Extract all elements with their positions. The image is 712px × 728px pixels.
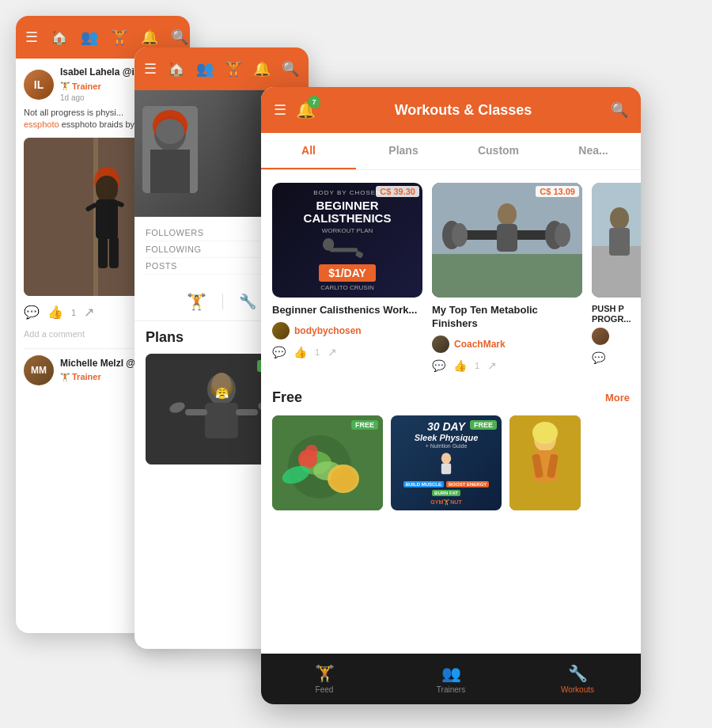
like-action-1[interactable]: 👍 <box>294 346 307 358</box>
trainer-name-2[interactable]: CoachMark <box>454 339 506 350</box>
feed-label: Feed <box>316 685 334 694</box>
mid-group-icon[interactable]: 👥 <box>196 60 214 78</box>
cali-title: BEGINNERCALISTHENICS <box>304 199 392 226</box>
svg-rect-12 <box>150 150 190 193</box>
card-actions-2: 💬 👍 1 ↗ <box>432 359 582 372</box>
svg-rect-6 <box>98 237 108 268</box>
tab-all[interactable]: All <box>261 133 356 169</box>
svg-rect-3 <box>96 199 118 239</box>
search-icon[interactable]: 🔍 <box>171 28 188 46</box>
profile-avatar <box>142 106 198 193</box>
workout-card-metabolic[interactable]: C$ 13.09 <box>432 183 582 377</box>
cali-subtitle: WORKOUT PLAN <box>322 227 373 234</box>
profile-avatar-svg <box>142 106 198 193</box>
mid-menu-icon[interactable]: ☰ <box>144 60 157 78</box>
card-image-metabolic: C$ 13.09 <box>432 183 582 298</box>
mid-search-icon[interactable]: 🔍 <box>282 60 299 78</box>
second-user-info: Michelle Melzl @... Trainer <box>60 358 143 383</box>
trainer-avatar-3 <box>592 328 609 345</box>
svg-point-14 <box>156 119 184 144</box>
cali-logo: BODY BY CHOSEN <box>313 189 381 196</box>
menu-icon[interactable]: ☰ <box>25 28 38 46</box>
svg-rect-38 <box>497 224 517 252</box>
bell-icon[interactable]: 🔔 <box>141 28 158 46</box>
card-price-1: C$ 39.30 <box>376 186 419 197</box>
free-card-food[interactable]: FREE <box>272 415 383 510</box>
mid-bell-icon[interactable]: 🔔 <box>253 60 271 78</box>
posts-label: POSTS <box>146 261 177 271</box>
free-card-physique[interactable]: FREE 30 DAY Sleek Physique + Nutrition G… <box>391 415 502 510</box>
comment-action-2[interactable]: 💬 <box>432 359 445 372</box>
sleek-title: Sleek Physique <box>415 433 479 442</box>
free-section-title: Free <box>272 389 302 406</box>
svg-rect-31 <box>432 254 582 298</box>
nav-trainers[interactable]: 👥 Trainers <box>388 664 514 694</box>
tag-burn: BURN FAT <box>432 490 460 496</box>
comment-action-1[interactable]: 💬 <box>272 346 286 358</box>
front-top-nav: ☰ 🔔 7 Workouts & Classes 🔍 <box>261 87 641 133</box>
more-link[interactable]: More <box>605 392 630 404</box>
svg-rect-42 <box>609 228 630 256</box>
cali-inner: BODY BY CHOSEN BEGINNERCALISTHENICS WORK… <box>272 183 422 298</box>
second-username[interactable]: Michelle Melzl @... <box>60 358 143 369</box>
like-action-2[interactable]: 👍 <box>453 359 467 372</box>
sleek-nutrition: + Nutrition Guide <box>426 443 468 449</box>
second-trainer-badge: Trainer <box>60 372 101 381</box>
svg-rect-19 <box>236 409 258 415</box>
featured-section: C$ 39.30 BODY BY CHOSEN BEGINNERCALISTHE… <box>261 170 641 377</box>
dumbbell-tab-icon[interactable]: 🔧 <box>239 293 256 310</box>
svg-rect-18 <box>185 409 207 415</box>
front-search-icon[interactable]: 🔍 <box>611 101 628 119</box>
svg-rect-53 <box>441 463 451 474</box>
trainers-icon: 👥 <box>441 664 461 683</box>
like-count-2: 1 <box>475 361 479 370</box>
card-actions-1: 💬 👍 1 ↗ <box>272 346 422 358</box>
trainer-row-1: bodybychosen <box>272 322 422 339</box>
share-action-1[interactable]: ↗ <box>328 346 337 358</box>
cards-row: C$ 39.30 BODY BY CHOSEN BEGINNERCALISTHE… <box>272 183 630 377</box>
svg-point-41 <box>610 207 629 229</box>
metabolic-svg <box>432 183 582 298</box>
sleek-day: 30 DAY <box>427 420 465 433</box>
free-card-extra[interactable] <box>509 415 581 510</box>
trainer-badge: Trainer <box>60 82 101 91</box>
front-menu-icon[interactable]: ☰ <box>274 101 286 119</box>
comment-icon[interactable]: 💬 <box>24 305 40 320</box>
tab-plans[interactable]: Plans <box>356 133 451 169</box>
svg-text:😤: 😤 <box>215 387 229 400</box>
mid-home-icon[interactable]: 🏠 <box>168 60 185 78</box>
trainers-label: Trainers <box>437 685 465 694</box>
bottom-nav: 🏋 Feed 👥 Trainers 🔧 Workouts <box>261 654 641 704</box>
tab-near[interactable]: Nea... <box>546 133 641 169</box>
comment-action-3[interactable]: 💬 <box>592 351 605 364</box>
cali-author: CARLITO CRUSIN <box>320 284 373 291</box>
share-icon[interactable]: ↗ <box>84 305 94 320</box>
trainer-row-3 <box>592 328 641 345</box>
like-icon[interactable]: 👍 <box>47 305 63 320</box>
page-title: Workouts & Classes <box>325 102 601 119</box>
home-icon[interactable]: 🏠 <box>51 28 68 46</box>
nav-workouts[interactable]: 🔧 Workouts <box>514 664 641 694</box>
tab-custom[interactable]: Custom <box>451 133 546 169</box>
post-link[interactable]: essphoto <box>24 119 59 129</box>
category-tabs: All Plans Custom Nea... <box>261 133 641 170</box>
dumbbell-icon[interactable]: 🏋 <box>111 28 128 46</box>
notification-bell-wrap[interactable]: 🔔 7 <box>296 100 316 119</box>
like-count: 1 <box>71 308 76 317</box>
card-title-3: PUSH PPROGR... <box>592 304 641 324</box>
share-action-2[interactable]: ↗ <box>487 359 497 372</box>
nav-feed[interactable]: 🏋 Feed <box>261 664 388 694</box>
kettlebell-tab-icon[interactable]: 🏋 <box>187 292 206 311</box>
workout-card-calisthenics[interactable]: C$ 39.30 BODY BY CHOSEN BEGINNERCALISTHE… <box>272 183 422 377</box>
workout-card-push[interactable]: PUSH PPROGR... 💬 <box>592 183 641 377</box>
avatar: IL <box>24 70 54 100</box>
svg-rect-7 <box>109 237 119 268</box>
svg-rect-17 <box>205 403 238 438</box>
svg-point-59 <box>532 422 558 444</box>
card-price-2: C$ 13.09 <box>536 186 579 197</box>
group-icon[interactable]: 👥 <box>81 28 98 46</box>
trainer-name-1[interactable]: bodybychosen <box>294 325 362 336</box>
mid-dumbbell-icon[interactable]: 🏋 <box>225 60 242 78</box>
feed-icon: 🏋 <box>315 664 335 683</box>
workouts-label: Workouts <box>561 685 594 694</box>
